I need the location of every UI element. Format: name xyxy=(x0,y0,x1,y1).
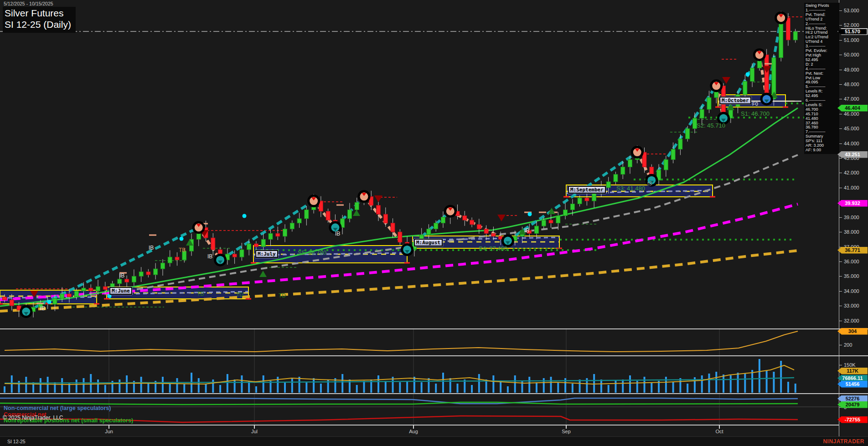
price-axis-label: 42.000 xyxy=(844,170,859,175)
sub-axis-tick xyxy=(839,365,842,365)
monthly-box-label: M:August xyxy=(414,239,443,246)
price-axis-tick xyxy=(839,173,842,173)
bar-pattern-label: IB xyxy=(119,272,124,279)
price-axis-tick xyxy=(839,144,842,144)
support-level-text: S4: 37.460 xyxy=(479,245,507,252)
price-axis-label: 41.000 xyxy=(844,185,859,190)
price-axis-label: 35.000 xyxy=(844,273,859,279)
candlesticks xyxy=(3,11,798,317)
price-axis-tick xyxy=(839,276,842,277)
symbol-tab[interactable]: SI 12-25 xyxy=(7,439,26,444)
x-axis-month-label: Jul xyxy=(251,429,258,434)
price-tag: 46.404 xyxy=(837,105,868,112)
price-tag: 39.932 xyxy=(837,200,868,207)
price-tag: 36.771 xyxy=(837,247,868,254)
price-axis-tick xyxy=(839,188,842,188)
chart-canvas[interactable] xyxy=(0,0,868,446)
price-axis-label: 38.000 xyxy=(844,229,859,235)
price-axis-tick xyxy=(839,158,842,159)
monthly-box-label: M:October xyxy=(719,97,751,104)
price-axis-label: 36.000 xyxy=(844,259,859,264)
status-bar: SI 12-25 NINJATRADER xyxy=(0,436,868,446)
price-axis-tick xyxy=(839,25,842,26)
contract-period: SI 12-25 (Daily) xyxy=(5,19,71,31)
monthly-box-label: M:June xyxy=(109,287,132,295)
price-axis-label: 48.000 xyxy=(844,82,859,87)
price-axis-label: 50.000 xyxy=(844,52,859,57)
price-axis-label: 34.000 xyxy=(844,288,859,294)
price-axis-tick xyxy=(839,261,842,262)
price-tag: 117K xyxy=(837,368,868,374)
price-axis-tick xyxy=(839,99,842,99)
support-level-text: S3: 41.480 xyxy=(616,185,645,192)
price-axis-tick xyxy=(839,84,842,85)
swing-pivots-panel: Swing Pivots1.------------Pvt. Trend:UTr… xyxy=(804,3,839,154)
panel-separators xyxy=(0,0,868,436)
price-axis-tick xyxy=(839,291,842,292)
bar-pattern-label: IB xyxy=(40,305,45,312)
price-axis-label: 47.000 xyxy=(844,96,859,102)
price-axis-tick xyxy=(839,217,842,218)
support-level-text: S1: 46.700 xyxy=(741,110,770,117)
price-axis-label: 51.000 xyxy=(844,37,859,43)
monthly-box-label: M:July xyxy=(255,250,278,258)
price-axis-label: 44.000 xyxy=(844,141,859,146)
price-axis-label: 49.000 xyxy=(844,67,859,72)
bar-pattern-label: TB xyxy=(179,247,186,253)
x-axis-month-label: Sep xyxy=(562,429,571,434)
price-tag: 52276 xyxy=(837,395,868,402)
price-axis-label: 39.000 xyxy=(844,215,859,220)
price-tag: 43.251 xyxy=(837,151,868,158)
price-axis-label: 52.000 xyxy=(844,22,859,28)
bar-pattern-label: t3 xyxy=(647,180,652,187)
f0-label: F0 xyxy=(752,101,758,107)
indicator-panel-line xyxy=(5,331,798,352)
price-axis-label: 53.000 xyxy=(844,8,859,13)
price-tag: -72755 xyxy=(837,416,868,423)
instrument-name: Silver Futures xyxy=(5,8,71,19)
bar-pattern-label: TD xyxy=(279,292,286,299)
volume-overlays xyxy=(5,365,794,384)
ninjatrader-chart-window: 5/12/2025 - 10/15/2025 Silver Futures SI… xyxy=(0,0,868,446)
cot-legend-item: Non-commercial net (large speculators) xyxy=(4,405,111,411)
sub-axis-tick xyxy=(839,345,842,345)
ninjatrader-logo: NINJATRADER xyxy=(823,438,864,445)
price-tag: 51.570 xyxy=(837,28,868,35)
monthly-box-label: M:September xyxy=(568,186,606,194)
bar-pattern-label: IB xyxy=(149,245,154,251)
date-range: 5/12/2025 - 10/15/2025 xyxy=(4,1,53,6)
bar-pattern-label: TD xyxy=(236,292,243,298)
price-axis-label: 32.000 xyxy=(844,318,859,323)
price-tag: 76866.11 xyxy=(837,375,868,382)
price-axis-tick xyxy=(839,55,842,55)
swing-pivots-line: AF: 9.00 xyxy=(806,148,839,153)
price-tag: 20479 xyxy=(837,401,868,408)
price-axis-tick xyxy=(839,232,842,232)
x-axis-month-label: Oct xyxy=(715,429,723,434)
volume-bars xyxy=(4,359,796,393)
bar-pattern-label: IB xyxy=(524,227,529,234)
price-axis-tick xyxy=(839,306,842,306)
sub-axis-label: 200 xyxy=(844,342,852,348)
x-axis-month-label: Aug xyxy=(409,429,418,434)
price-axis-tick xyxy=(839,321,842,321)
price-axis-tick xyxy=(839,10,842,11)
price-axis-label: 46.000 xyxy=(844,111,859,117)
price-axis-label: 33.000 xyxy=(844,303,859,308)
price-axis-label: 45.000 xyxy=(844,126,859,131)
price-tag: 304 xyxy=(837,328,868,335)
bar-pattern-label: TD xyxy=(197,291,204,297)
chart-title: Silver Futures SI 12-25 (Daily) xyxy=(3,7,76,33)
pivot-circles xyxy=(20,11,787,318)
bar-pattern-label: IB xyxy=(335,231,340,237)
sub-axis-label: 150K xyxy=(844,362,856,368)
x-axis-month-label: Jun xyxy=(105,429,113,434)
support-level-text: S5: 36.780 xyxy=(298,249,326,256)
support-level-text: S2: 45.710 xyxy=(697,122,725,129)
price-axis-tick xyxy=(839,70,842,70)
price-axis-tick xyxy=(839,114,842,114)
price-axis-tick xyxy=(839,40,842,41)
swing-pivots-line: Pvt. Next: xyxy=(806,72,839,76)
stop-and-step-lines xyxy=(16,17,804,307)
copyright-text: © 2025 NinjaTrader, LLC xyxy=(3,415,63,421)
